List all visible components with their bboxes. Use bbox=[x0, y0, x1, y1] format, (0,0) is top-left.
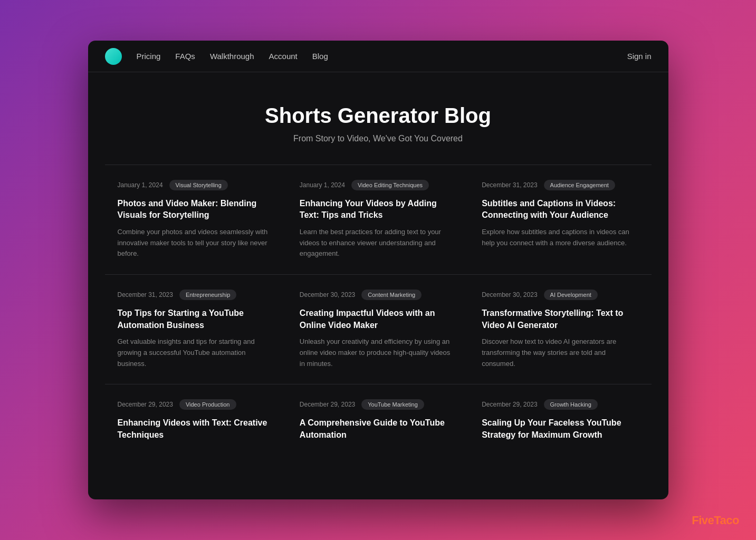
blog-card-title: Subtitles and Captions in Videos: Connec… bbox=[482, 198, 638, 221]
blog-tag: AI Development bbox=[544, 290, 598, 300]
blog-tag: YouTube Marketing bbox=[361, 399, 424, 410]
blog-card-meta: December 29, 2023 Video Production bbox=[118, 399, 274, 410]
browser-window: Pricing FAQs Walkthrough Account Blog Si… bbox=[88, 41, 668, 499]
blog-tag: Content Marketing bbox=[361, 290, 422, 300]
hero-subtitle: From Story to Video, We've Got You Cover… bbox=[105, 134, 652, 143]
blog-card[interactable]: December 29, 2023 Video Production Enhan… bbox=[105, 384, 287, 461]
hero-section: Shorts Generator Blog From Story to Vide… bbox=[88, 72, 668, 165]
nav-faqs[interactable]: FAQs bbox=[175, 52, 195, 61]
blog-date: December 30, 2023 bbox=[482, 291, 537, 298]
blog-card-meta: January 1, 2024 Visual Storytelling bbox=[118, 180, 274, 190]
blog-tag: Audience Engagement bbox=[544, 180, 615, 190]
nav-links: Pricing FAQs Walkthrough Account Blog bbox=[137, 52, 627, 61]
blog-card-meta: December 29, 2023 YouTube Marketing bbox=[300, 399, 456, 410]
blog-grid: January 1, 2024 Visual Storytelling Phot… bbox=[88, 165, 668, 478]
blog-card-desc: Combine your photos and videos seamlessl… bbox=[118, 227, 274, 259]
blog-card[interactable]: December 30, 2023 Content Marketing Crea… bbox=[287, 274, 469, 384]
blog-date: December 29, 2023 bbox=[482, 401, 537, 408]
blog-date: December 30, 2023 bbox=[300, 291, 355, 298]
blog-card-title: Enhancing Your Videos by Adding Text: Ti… bbox=[300, 198, 456, 221]
watermark: FiveTaco bbox=[692, 514, 739, 527]
blog-date: January 1, 2024 bbox=[118, 181, 163, 189]
blog-card[interactable]: December 31, 2023 Audience Engagement Su… bbox=[469, 165, 651, 274]
navbar: Pricing FAQs Walkthrough Account Blog Si… bbox=[88, 41, 668, 72]
blog-card-title: Enhancing Videos with Text: Creative Tec… bbox=[118, 417, 274, 441]
blog-card[interactable]: December 31, 2023 Entrepreneurship Top T… bbox=[105, 274, 287, 384]
blog-card-title: Creating Impactful Videos with an Online… bbox=[300, 307, 456, 331]
blog-card[interactable]: January 1, 2024 Video Editing Techniques… bbox=[287, 165, 469, 274]
blog-card-title: Scaling Up Your Faceless YouTube Strateg… bbox=[482, 417, 638, 441]
blog-card[interactable]: December 29, 2023 Growth Hacking Scaling… bbox=[469, 384, 651, 461]
blog-card-desc: Explore how subtitles and captions in vi… bbox=[482, 227, 638, 249]
nav-walkthrough[interactable]: Walkthrough bbox=[210, 52, 254, 61]
blog-card-desc: Get valuable insights and tips for start… bbox=[118, 336, 274, 369]
blog-card-desc: Discover how text to video AI generators… bbox=[482, 336, 638, 369]
blog-card[interactable]: January 1, 2024 Visual Storytelling Phot… bbox=[105, 165, 287, 274]
blog-tag: Growth Hacking bbox=[544, 399, 598, 410]
blog-card-meta: December 30, 2023 Content Marketing bbox=[300, 290, 456, 300]
blog-card[interactable]: December 30, 2023 AI Development Transfo… bbox=[469, 274, 651, 384]
blog-card-meta: December 31, 2023 Audience Engagement bbox=[482, 180, 638, 190]
nav-pricing[interactable]: Pricing bbox=[137, 52, 161, 61]
blog-card-meta: January 1, 2024 Video Editing Techniques bbox=[300, 180, 456, 190]
hero-title: Shorts Generator Blog bbox=[105, 104, 652, 128]
blog-card-title: Top Tips for Starting a YouTube Automati… bbox=[118, 307, 274, 331]
blog-card-title: Photos and Video Maker: Blending Visuals… bbox=[118, 198, 274, 221]
blog-date: January 1, 2024 bbox=[300, 181, 345, 189]
blog-card-title: A Comprehensive Guide to YouTube Automat… bbox=[300, 417, 456, 441]
blog-date: December 31, 2023 bbox=[482, 181, 537, 189]
logo[interactable] bbox=[105, 48, 122, 65]
nav-account[interactable]: Account bbox=[269, 52, 298, 61]
blog-date: December 29, 2023 bbox=[300, 401, 355, 408]
blog-date: December 29, 2023 bbox=[118, 401, 173, 408]
blog-card-meta: December 30, 2023 AI Development bbox=[482, 290, 638, 300]
signin-button[interactable]: Sign in bbox=[627, 52, 652, 61]
blog-tag: Video Editing Techniques bbox=[351, 180, 429, 190]
blog-card-title: Transformative Storytelling: Text to Vid… bbox=[482, 307, 638, 331]
blog-card-desc: Unleash your creativity and efficiency b… bbox=[300, 336, 456, 369]
blog-date: December 31, 2023 bbox=[118, 291, 173, 298]
blog-card[interactable]: December 29, 2023 YouTube Marketing A Co… bbox=[287, 384, 469, 461]
blog-card-desc: Learn the best practices for adding text… bbox=[300, 227, 456, 259]
blog-tag: Video Production bbox=[179, 399, 236, 410]
blog-card-meta: December 31, 2023 Entrepreneurship bbox=[118, 290, 274, 300]
blog-card-meta: December 29, 2023 Growth Hacking bbox=[482, 399, 638, 410]
nav-blog[interactable]: Blog bbox=[312, 52, 328, 61]
blog-tag: Entrepreneurship bbox=[179, 290, 236, 300]
blog-tag: Visual Storytelling bbox=[169, 180, 228, 190]
